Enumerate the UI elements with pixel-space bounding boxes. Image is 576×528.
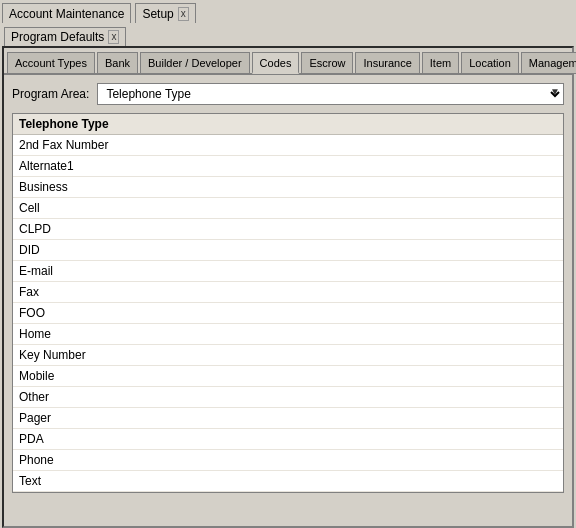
tab-insurance[interactable]: Insurance [355,52,419,74]
list-header: Telephone Type [13,114,563,135]
setup-tab[interactable]: Setup x [135,3,195,23]
panel: Program Area: Telephone Type Telephone T… [4,75,572,501]
account-maintenance-label: Account Maintenance [9,7,124,21]
list-item[interactable]: Home [13,324,563,345]
list-container: Telephone Type 2nd Fax NumberAlternate1B… [12,113,564,493]
list-item[interactable]: Alternate1 [13,156,563,177]
program-area-label: Program Area: [12,87,89,101]
list-item[interactable]: PDA [13,429,563,450]
program-defaults-label: Program Defaults [11,30,104,44]
tab-item[interactable]: Item [422,52,459,74]
tabs-row: Account TypesBankBuilder / DeveloperCode… [4,48,572,75]
program-area-select-wrapper: Telephone Type [97,83,564,105]
program-defaults-close-button[interactable]: x [108,30,119,44]
list-item[interactable]: Text [13,471,563,492]
title-bar: Account Maintenance Setup x [0,0,576,24]
list-item[interactable]: Cell [13,198,563,219]
list-item[interactable]: Key Number [13,345,563,366]
list-item[interactable]: E-mail [13,261,563,282]
list-item[interactable]: Phone [13,450,563,471]
main-content: Account TypesBankBuilder / DeveloperCode… [2,46,574,528]
list-items: 2nd Fax NumberAlternate1BusinessCellCLPD… [13,135,563,493]
tab-escrow[interactable]: Escrow [301,52,353,74]
tab-management[interactable]: Management [521,52,576,74]
program-bar: Program Defaults x [0,24,576,46]
tab-builder--developer[interactable]: Builder / Developer [140,52,250,74]
list-item[interactable]: Pager [13,408,563,429]
setup-label: Setup [142,7,173,21]
account-maintenance-tab[interactable]: Account Maintenance [2,3,131,23]
list-item[interactable]: Fax [13,282,563,303]
list-item[interactable]: Business [13,177,563,198]
tab-bank[interactable]: Bank [97,52,138,74]
tab-codes[interactable]: Codes [252,52,300,74]
list-item[interactable]: Vacation Home [13,492,563,493]
program-defaults-tab[interactable]: Program Defaults x [4,27,126,46]
list-item[interactable]: FOO [13,303,563,324]
tab-location[interactable]: Location [461,52,519,74]
list-item[interactable]: Mobile [13,366,563,387]
program-area-select[interactable]: Telephone Type [97,83,564,105]
setup-close-button[interactable]: x [178,7,189,21]
list-item[interactable]: DID [13,240,563,261]
list-item[interactable]: Other [13,387,563,408]
list-item[interactable]: 2nd Fax Number [13,135,563,156]
tab-account-types[interactable]: Account Types [7,52,95,74]
program-area-row: Program Area: Telephone Type [12,83,564,105]
list-item[interactable]: CLPD [13,219,563,240]
